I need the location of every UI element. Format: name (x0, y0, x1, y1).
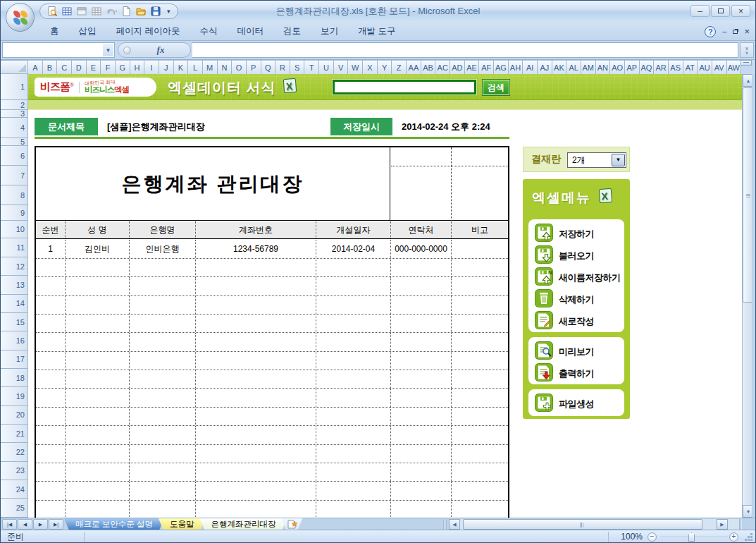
row-header-23[interactable]: 23 (1, 462, 28, 480)
table-row-0-cell-4[interactable]: 2014-02-04 (316, 240, 390, 258)
empty-row-7-cell-0[interactable] (36, 389, 65, 406)
horizontal-scrollbar[interactable]: ◀ ▶ (449, 519, 739, 530)
empty-row-2-cell-4[interactable] (316, 296, 390, 314)
column-header-O[interactable]: O (232, 60, 247, 74)
empty-row-6-cell-4[interactable] (316, 370, 390, 388)
empty-row-1-cell-1[interactable] (65, 277, 129, 295)
column-header-AT[interactable]: AT (683, 60, 698, 74)
row-header-7[interactable]: 7 (1, 166, 28, 185)
column-header-H[interactable]: H (130, 60, 145, 74)
column-header-I[interactable]: I (144, 60, 159, 74)
column-header-AW[interactable]: AW (727, 60, 742, 74)
row-header-25[interactable]: 25 (1, 499, 28, 517)
empty-row-11-cell-6[interactable] (451, 463, 508, 481)
sheet-tab-0[interactable]: 매크로 보안수준 설명 (64, 518, 164, 530)
empty-row-4-cell-5[interactable] (390, 333, 451, 350)
column-header-AO[interactable]: AO (610, 60, 625, 74)
row-header-6[interactable]: 6 (1, 146, 28, 166)
column-header-AI[interactable]: AI (523, 60, 538, 74)
column-header-C[interactable]: C (57, 60, 72, 74)
empty-row-13-cell-2[interactable] (129, 501, 195, 518)
row-header-24[interactable]: 24 (1, 480, 28, 499)
empty-row-1-cell-5[interactable] (390, 277, 451, 295)
horizontal-scroll-thumb[interactable] (463, 519, 702, 530)
sheet-tab-1[interactable]: 도움말 (159, 518, 206, 530)
column-header-AJ[interactable]: AJ (538, 60, 552, 74)
ribbon-tab-2[interactable]: 페이지 레이아웃 (106, 22, 190, 41)
column-header-AS[interactable]: AS (669, 60, 683, 74)
empty-row-13-cell-5[interactable] (390, 501, 451, 518)
empty-row-6-cell-5[interactable] (390, 370, 451, 388)
column-header-AK[interactable]: AK (552, 60, 567, 74)
empty-row-2-cell-0[interactable] (36, 296, 65, 314)
column-header-Z[interactable]: Z (392, 60, 407, 74)
row-header-1[interactable]: 1 (1, 74, 28, 100)
ribbon-tab-7[interactable]: 개발 도구 (348, 22, 405, 41)
empty-row-6-cell-3[interactable] (195, 370, 316, 388)
empty-row-9-cell-5[interactable] (390, 426, 451, 444)
column-header-N[interactable]: N (218, 60, 233, 74)
empty-row-3-cell-2[interactable] (129, 315, 195, 332)
column-header-P[interactable]: P (247, 60, 261, 74)
column-header-U[interactable]: U (319, 60, 334, 74)
column-header-AH[interactable]: AH (509, 60, 523, 74)
ribbon-tab-0[interactable]: 홈 (40, 22, 69, 41)
column-header-F[interactable]: F (101, 60, 116, 74)
empty-row-6-cell-1[interactable] (65, 370, 129, 388)
empty-row-11-cell-5[interactable] (390, 463, 451, 481)
table-row-0-cell-6[interactable] (451, 240, 508, 258)
empty-row-13-cell-6[interactable] (451, 501, 508, 518)
empty-row-1-cell-0[interactable] (36, 277, 65, 295)
menu-item-저장하기[interactable]: 저장하기 (535, 223, 624, 245)
workbook-minimize-button[interactable]: – (722, 28, 726, 35)
empty-row-12-cell-1[interactable] (65, 482, 129, 499)
scroll-right-icon[interactable]: ▶ (717, 519, 728, 530)
empty-row-12-cell-0[interactable] (36, 482, 65, 499)
workbook-restore-button[interactable] (733, 30, 738, 34)
empty-row-8-cell-0[interactable] (36, 408, 65, 425)
column-header-AG[interactable]: AG (494, 60, 509, 74)
row-header-22[interactable]: 22 (1, 443, 28, 461)
empty-row-0-cell-1[interactable] (65, 259, 129, 276)
help-icon[interactable]: ? (705, 26, 716, 37)
empty-row-0-cell-6[interactable] (451, 259, 508, 276)
empty-row-3-cell-3[interactable] (195, 315, 316, 332)
empty-row-8-cell-3[interactable] (195, 408, 316, 425)
empty-row-1-cell-3[interactable] (195, 277, 316, 295)
row-header-14[interactable]: 14 (1, 295, 28, 313)
ribbon-tab-3[interactable]: 수식 (190, 22, 227, 41)
empty-row-1-cell-4[interactable] (316, 277, 390, 295)
table-row-0-cell-3[interactable]: 1234-56789 (195, 240, 316, 258)
sheet-nav-first-icon[interactable]: |◀ (2, 519, 17, 530)
empty-row-0-cell-4[interactable] (316, 259, 390, 276)
column-header-T[interactable]: T (304, 60, 319, 74)
sheet-area[interactable]: 비즈폼® 대한민국 최대 비즈니스엑셀 엑셀데이터 서식 X 검색 문서제목 [… (28, 74, 742, 518)
empty-row-6-cell-0[interactable] (36, 370, 65, 388)
open-folder-icon[interactable] (135, 5, 147, 18)
column-header-AF[interactable]: AF (479, 60, 494, 74)
empty-row-2-cell-3[interactable] (195, 296, 316, 314)
empty-row-8-cell-1[interactable] (65, 408, 129, 425)
new-document-icon[interactable] (120, 5, 132, 18)
select-all-corner[interactable] (1, 60, 28, 74)
insert-worksheet-tab[interactable] (281, 518, 302, 530)
empty-row-12-cell-2[interactable] (129, 482, 195, 499)
column-header-AU[interactable]: AU (698, 60, 712, 74)
empty-row-0-cell-3[interactable] (195, 259, 316, 276)
empty-row-9-cell-3[interactable] (195, 426, 316, 444)
empty-row-5-cell-0[interactable] (36, 352, 65, 370)
insert-function-button[interactable]: fx (118, 42, 191, 58)
empty-row-12-cell-3[interactable] (195, 482, 316, 499)
empty-row-8-cell-2[interactable] (129, 408, 195, 425)
tab-splitter[interactable] (443, 519, 447, 530)
name-box[interactable]: ▼ (2, 42, 115, 58)
column-header-D[interactable]: D (72, 60, 87, 74)
column-header-L[interactable]: L (188, 60, 203, 74)
row-header-8[interactable]: 8 (1, 185, 28, 205)
row-header-18[interactable]: 18 (1, 369, 28, 387)
empty-row-5-cell-4[interactable] (316, 352, 390, 370)
empty-row-7-cell-1[interactable] (65, 389, 129, 406)
empty-row-7-cell-3[interactable] (195, 389, 316, 406)
empty-row-9-cell-1[interactable] (65, 426, 129, 444)
empty-row-3-cell-0[interactable] (36, 315, 65, 332)
